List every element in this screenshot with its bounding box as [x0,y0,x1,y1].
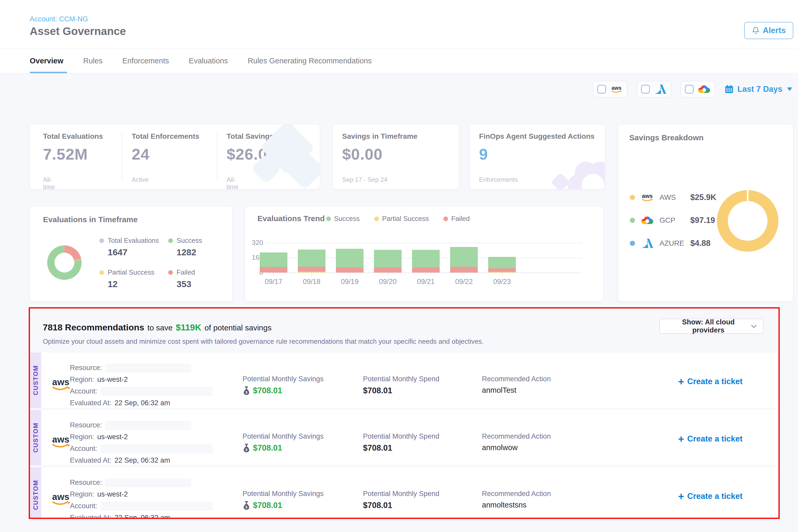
svg-text:$: $ [245,505,247,509]
x-axis-tick-label: 09/17 [254,278,292,286]
x-axis-tick [387,272,388,276]
account-label: Account: [70,502,97,510]
region-label: Region: [70,376,94,384]
alerts-button[interactable]: Alerts [744,22,793,39]
legend-dot [374,216,379,221]
recommendations-section: 7818 Recommendations to save $119K of po… [30,308,779,518]
chevron-down-icon [787,87,792,91]
evaluated-at-label: Evaluated At: [70,456,111,464]
recommendation-row: CUSTOM aws Resource: Region:us-west-2 Ac… [30,353,778,408]
provider-chip-aws[interactable]: aws [593,81,627,97]
legend-item-total-evaluations: Total Evaluations1647 [99,236,159,258]
stat-label: FinOps Agent Suggested Actions [479,132,594,140]
finops-suggested-actions-card: FinOps Agent Suggested Actions 9 Enforce… [470,124,605,189]
tab-enforcements[interactable]: Enforcements [119,49,173,73]
svg-text:$: $ [245,391,247,394]
calendar-icon [724,84,734,94]
checkbox-azure[interactable] [641,85,650,94]
checkbox-gcp[interactable] [685,85,694,94]
legend-item-gcp: GCP$97.19 [630,213,715,228]
x-axis-tick [502,272,502,276]
legend-dot [630,195,635,200]
evaluated-at-label: Evaluated At: [70,514,111,518]
column-label: Potential Monthly Savings [243,375,324,383]
gcp-logo-icon [697,84,711,94]
legend-dot [168,239,173,243]
x-axis-tick [425,272,426,276]
stat-value: 7.52M [43,145,88,163]
redacted-resource-value [105,363,191,373]
bar-segment-failed [488,268,516,272]
legend-label: Partial Success [382,215,429,223]
bar-segment-success [298,250,325,267]
provider-chip-gcp[interactable] [681,81,715,97]
savings-in-timeframe-card: Savings in Timeframe $0.00 Sep 17 - Sep … [332,124,459,189]
legend-dot [99,270,104,275]
bar-segment-success [374,250,402,268]
x-axis-tick-label: 09/23 [483,278,521,286]
date-range-filter[interactable]: Last 7 Days [724,84,792,94]
column-label: Recommended Action [482,375,551,383]
column-label: Potential Monthly Savings [243,490,324,498]
bar-09-21 [412,250,440,272]
evaluations-in-timeframe-card: Evaluations in Timeframe Total Evaluatio… [30,206,233,302]
bar-segment-success [336,249,363,268]
custom-tag: CUSTOM [30,410,41,465]
legend-dot [443,216,448,221]
plus-icon: + [678,491,684,501]
account-breadcrumb[interactable]: Account: CCM-NG [30,15,88,23]
savings-value: $ $708.01 [243,443,282,453]
tab-rules-generating-recommendations[interactable]: Rules Generating Recommendations [244,49,376,73]
legend-label: Success [176,236,202,245]
stat-value: 9 [479,145,488,163]
bar-09-22 [450,247,478,272]
recommendation-row: CUSTOM aws Resource: Region:us-west-2 Ac… [30,410,778,465]
evaluated-at-value: 22 Sep, 06:32 am [114,456,170,464]
stat-sublabel: Enforcements [479,176,518,183]
legend-item-success: Success [326,215,360,223]
legend-value: $4.88 [690,239,711,248]
region-value: us-west-2 [97,433,128,441]
legend-value: 12 [108,279,154,289]
create-ticket-button[interactable]: + Create a ticket [677,433,744,444]
x-axis-tick-label: 09/22 [445,278,483,286]
stat-sublabel: Active [132,176,149,183]
legend-label: Failed [176,268,195,277]
money-bag-icon: $ [243,501,250,510]
legend-item-partial-success: Partial Success [374,215,429,223]
recommended-action-value: anmoltestsns [482,501,527,509]
x-axis-tick [311,272,312,276]
create-ticket-button[interactable]: + Create a ticket [677,376,744,387]
resource-details: Resource: Region:us-west-2 Account: Eval… [70,419,212,466]
redacted-account-value [100,502,212,511]
svg-text:$: $ [245,448,247,452]
tab-evaluations[interactable]: Evaluations [185,49,232,73]
divider [122,132,122,181]
recommendations-title: 7818 Recommendations to save $119K of po… [43,322,271,332]
gcp-logo-icon [640,216,655,225]
trend-legend: SuccessPartial SuccessFailed [326,215,470,223]
azure-logo-icon [653,84,667,94]
tab-overview[interactable]: Overview [30,49,67,73]
gridline [267,243,581,243]
legend-value: 1647 [108,247,159,258]
column-label: Potential Monthly Spend [363,490,439,498]
legend-value: $25.9K [690,193,716,202]
legend-value: 1282 [176,247,202,258]
provider-chip-azure[interactable] [637,81,671,97]
cloud-provider-filter-dropdown[interactable]: Show: All cloud providers [659,319,764,334]
evaluations-trend-card: Evaluations Trend SuccessPartial Success… [245,206,604,302]
tab-rules[interactable]: Rules [79,49,106,73]
legend-value: $97.19 [690,216,715,225]
region-value: us-west-2 [97,490,128,498]
checkbox-aws[interactable] [597,85,606,94]
create-ticket-button[interactable]: + Create a ticket [677,491,744,502]
azure-logo-icon [640,239,655,248]
resource-details: Resource: Region:us-west-2 Account: Eval… [70,362,212,409]
totals-stat-card: Total Evaluations7.52MAll-timeTotal Enfo… [30,124,320,189]
stat-sublabel: All-time [43,176,55,189]
recommendation-row: CUSTOM aws Resource: Region:us-west-2 Ac… [30,467,778,518]
trend-bar-chart: 016032009/1709/1809/1909/2009/2109/2209/… [267,243,592,272]
svg-text:aws: aws [52,377,69,387]
tabs-bar: OverviewRulesEnforcementsEvaluationsRule… [0,48,798,73]
